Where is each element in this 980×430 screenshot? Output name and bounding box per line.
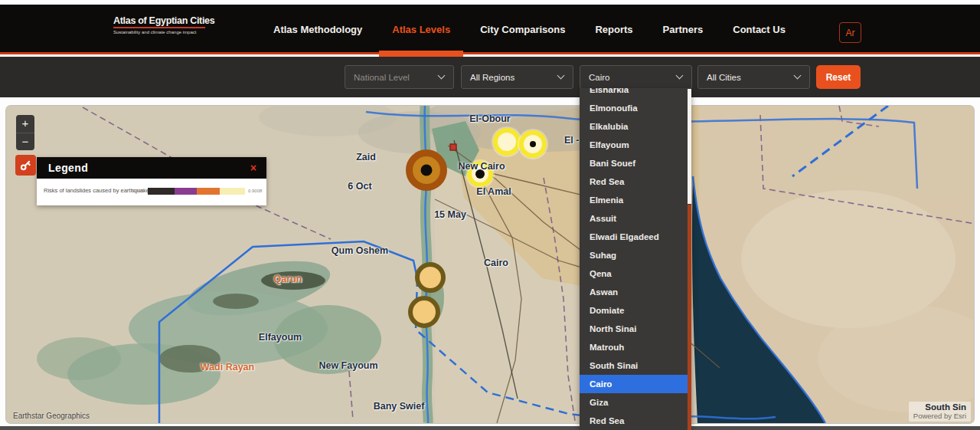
map-label-6-oct: 6 Oct <box>348 181 371 192</box>
governorate-option-elkalubia[interactable]: Elkalubia <box>580 117 691 136</box>
governorate-select[interactable]: Cairo <box>580 65 692 89</box>
marker-center-dot <box>421 165 433 176</box>
map-label-new-fayoum: New Fayoum <box>318 360 377 371</box>
map-label-el-obour: El-Obour <box>469 113 510 124</box>
ramp-segment <box>220 188 245 195</box>
governorate-option-elmonoufia[interactable]: Elmonoufia <box>580 99 691 117</box>
city-select-value: All Cities <box>707 73 741 82</box>
logo-title: Atlas of Egyptian Cities <box>113 15 205 28</box>
map-attribution-left: Earthstar Geographics <box>13 412 90 420</box>
governorate-option-elwadi-elgadeed[interactable]: Elwadi Elgadeed <box>580 228 691 246</box>
map-label-15-may: 15 May <box>434 209 466 220</box>
legend-title: Legend <box>48 162 88 174</box>
zoom-controls: + − <box>16 115 34 150</box>
marker-center-dot <box>530 141 536 147</box>
governorate-option-red-sea[interactable]: Red Sea <box>580 412 691 430</box>
ramp-segment <box>175 188 197 195</box>
marker-yellow[interactable] <box>519 130 547 158</box>
legend-min-label: 0.098 <box>132 189 143 193</box>
map-attribution-right: South Sin Powered by Esri <box>909 402 971 422</box>
marker-tan[interactable] <box>415 262 446 293</box>
bottom-strip <box>0 426 980 430</box>
governorate-option-qena[interactable]: Qena <box>580 264 691 283</box>
governorate-option-north-sinai[interactable]: North Sinai <box>580 320 691 338</box>
page: Atlas of Egyptian Cities Sustainability … <box>0 0 980 430</box>
map-label-qarun: Qarun <box>274 274 302 284</box>
city-select[interactable]: All Cities <box>697 65 810 89</box>
map-label-bany-swief: Bany Swief <box>374 401 425 412</box>
governorate-option-aswan[interactable]: Aswan <box>580 283 691 301</box>
legend-close-button[interactable]: × <box>250 162 256 173</box>
governorate-option-matrouh[interactable]: Matrouh <box>580 338 691 356</box>
region-select-value: All Regions <box>470 73 514 82</box>
legend-body: Risks of landslides caused by earthquake… <box>37 179 266 205</box>
legend-toggle-button[interactable] <box>15 155 36 176</box>
governorate-option-giza[interactable]: Giza <box>580 393 691 412</box>
scrollbar-track[interactable] <box>688 205 691 430</box>
governorate-option-elsharkia[interactable]: Elsharkia <box>580 88 691 99</box>
legend-max-label: 0.9008 <box>248 189 262 193</box>
nav-item-city-comparisons[interactable]: City Comparisons <box>480 5 565 54</box>
filter-bar: National Level All Regions Cairo All Cit… <box>0 57 980 97</box>
governorate-option-elmenia[interactable]: Elmenia <box>580 191 691 209</box>
legend-color-ramp <box>148 188 245 195</box>
chevron-down-icon <box>676 72 684 80</box>
dropdown-scrollbar[interactable] <box>688 88 691 430</box>
map-label-cairo: Cairo <box>484 258 508 268</box>
region-select[interactable]: All Regions <box>461 65 573 89</box>
reset-button[interactable]: Reset <box>816 65 861 89</box>
nav-item-partners[interactable]: Partners <box>663 5 704 54</box>
legend-panel: Legend × Risks of landslides caused by e… <box>37 157 266 205</box>
map-label-new-cairo: New Cairo <box>458 161 505 172</box>
ramp-segment <box>197 188 220 195</box>
zoom-out-button[interactable]: − <box>16 133 34 150</box>
chevron-down-icon <box>794 72 802 80</box>
chevron-down-icon <box>438 72 446 80</box>
scrollbar-thumb[interactable] <box>688 89 691 204</box>
nav-item-atlas-methodology[interactable]: Atlas Methodology <box>273 5 362 54</box>
level-select-value: National Level <box>354 73 410 82</box>
governorate-option-list: ElsharkiaElmonoufiaElkalubiaElfayoumBani… <box>580 88 691 430</box>
governorate-option-elfayoum[interactable]: Elfayoum <box>580 136 691 154</box>
map-label-elfayoum: Elfayoum <box>259 332 302 343</box>
chevron-down-icon <box>557 72 565 80</box>
legend-header: Legend × <box>37 157 266 179</box>
powered-by-esri: Powered by Esri <box>913 412 966 420</box>
map-label-el-amal: El Amal <box>476 186 511 197</box>
level-select[interactable]: National Level <box>345 65 454 89</box>
ramp-segment <box>148 188 175 195</box>
key-icon <box>20 159 31 171</box>
marker-yellow[interactable] <box>493 128 521 156</box>
marker-concentric[interactable] <box>406 149 447 191</box>
governorate-option-south-sinai[interactable]: South Sinai <box>580 356 691 375</box>
marker-square[interactable] <box>450 144 457 151</box>
map-region-label: South Sin <box>913 402 966 412</box>
governorate-option-cairo[interactable]: Cairo <box>580 375 691 393</box>
governorate-dropdown: ElsharkiaElmonoufiaElkalubiaElfayoumBani… <box>580 88 691 430</box>
logo-subtitle: Sustainability and climate change impact <box>113 30 205 34</box>
zoom-in-button[interactable]: + <box>16 115 34 133</box>
map-canvas[interactable]: El-ObourEl - ShorukZaidNew Cairo6 OctEl … <box>6 106 974 423</box>
nav-item-atlas-levels[interactable]: Atlas Levels <box>392 5 450 54</box>
map-label-wadi-rayan: Wadi Rayan <box>201 362 254 373</box>
nav-item-contact-us[interactable]: Contact Us <box>733 5 786 54</box>
map-label-zaid: Zaid <box>356 152 376 162</box>
language-toggle-button[interactable]: Ar <box>839 22 861 43</box>
governorate-option-domiate[interactable]: Domiate <box>580 301 691 320</box>
top-navbar: Atlas of Egyptian Cities Sustainability … <box>0 5 980 54</box>
governorate-option-assuit[interactable]: Assuit <box>580 209 691 228</box>
governorate-select-value: Cairo <box>589 73 609 82</box>
governorate-option-suhag[interactable]: Suhag <box>580 246 691 264</box>
map-label-qum-oshem: Qum Oshem <box>332 245 388 256</box>
marker-tan[interactable] <box>408 296 440 328</box>
site-logo[interactable]: Atlas of Egyptian Cities Sustainability … <box>113 15 205 34</box>
nav-menu: Atlas MethodologyAtlas LevelsCity Compar… <box>273 5 786 54</box>
nav-item-reports[interactable]: Reports <box>595 5 632 54</box>
governorate-option-red-sea[interactable]: Red Sea <box>580 172 691 191</box>
governorate-option-bani-souef[interactable]: Bani Souef <box>580 154 691 172</box>
